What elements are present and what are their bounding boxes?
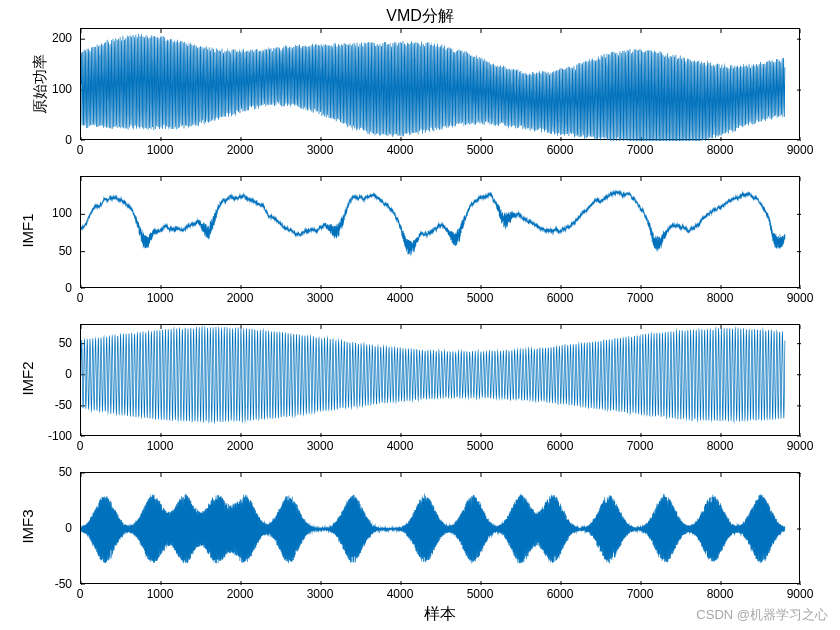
panel-imf2	[80, 324, 800, 436]
xtick: 3000	[307, 291, 334, 305]
figure: VMD分解 原始功率 IMF1 IMF2 IMF3 样本 CSDN @机器学习之…	[0, 0, 840, 630]
xtick: 5000	[467, 587, 494, 601]
panel-imf1	[80, 176, 800, 288]
ylabel-imf3: IMF3	[10, 518, 30, 535]
xtick: 0	[77, 143, 84, 157]
xtick: 1000	[147, 291, 174, 305]
xtick: 6000	[547, 143, 574, 157]
plot-canvas	[81, 325, 801, 437]
ylabel-text: 原始功率	[31, 54, 50, 114]
xtick: 2000	[227, 587, 254, 601]
xtick: 4000	[387, 291, 414, 305]
xtick: 0	[77, 291, 84, 305]
xtick: 7000	[627, 143, 654, 157]
xtick: 7000	[627, 587, 654, 601]
xtick: 3000	[307, 439, 334, 453]
plot-canvas	[81, 473, 801, 585]
chart-title: VMD分解	[0, 6, 840, 27]
xtick: 3000	[307, 587, 334, 601]
ylabel-raw: 原始功率	[10, 74, 30, 93]
xtick: 8000	[707, 439, 734, 453]
xtick: 7000	[627, 439, 654, 453]
ylabel-imf1: IMF1	[10, 222, 30, 239]
xtick: 9000	[787, 143, 814, 157]
xtick: 6000	[547, 291, 574, 305]
xtick: 5000	[467, 143, 494, 157]
ylabel-text: IMF2	[19, 361, 36, 395]
xtick: 6000	[547, 439, 574, 453]
panel-raw-power	[80, 28, 800, 140]
xtick: 6000	[547, 587, 574, 601]
xtick: 4000	[387, 587, 414, 601]
plot-canvas	[81, 177, 801, 289]
xtick: 9000	[787, 439, 814, 453]
xtick: 0	[77, 587, 84, 601]
xlabel: 样本	[80, 604, 800, 625]
xtick: 8000	[707, 587, 734, 601]
xtick: 7000	[627, 291, 654, 305]
xtick: 4000	[387, 439, 414, 453]
xtick: 4000	[387, 143, 414, 157]
ylabel-text: IMF1	[19, 213, 36, 247]
xtick: 1000	[147, 439, 174, 453]
plot-canvas	[81, 29, 801, 141]
ylabel-imf2: IMF2	[10, 370, 30, 387]
xtick: 9000	[787, 291, 814, 305]
xtick: 2000	[227, 143, 254, 157]
xtick: 2000	[227, 291, 254, 305]
xtick: 5000	[467, 439, 494, 453]
xtick: 8000	[707, 291, 734, 305]
xtick: 3000	[307, 143, 334, 157]
xtick: 2000	[227, 439, 254, 453]
ylabel-text: IMF3	[19, 509, 36, 543]
xtick: 0	[77, 439, 84, 453]
xtick: 8000	[707, 143, 734, 157]
panel-imf3	[80, 472, 800, 584]
xtick: 5000	[467, 291, 494, 305]
watermark: CSDN @机器学习之心	[696, 606, 828, 624]
xtick: 1000	[147, 587, 174, 601]
xtick: 9000	[787, 587, 814, 601]
xtick: 1000	[147, 143, 174, 157]
